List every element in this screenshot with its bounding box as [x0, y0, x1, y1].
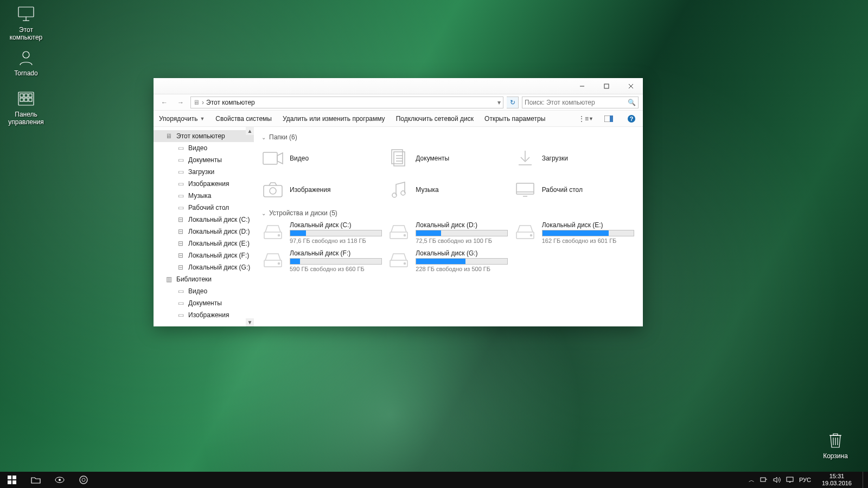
- nav-back-button[interactable]: ←: [158, 96, 171, 109]
- scroll-down-button[interactable]: ▼: [246, 318, 254, 326]
- toolbar: Упорядочить ▼ Свойства системы Удалить и…: [154, 111, 643, 127]
- search-box[interactable]: 🔍: [522, 97, 639, 108]
- toolbar-uninstall[interactable]: Удалить или изменить программу: [283, 115, 385, 123]
- control-panel-icon: [15, 88, 37, 110]
- minimize-button[interactable]: [570, 78, 594, 94]
- tray-volume-icon[interactable]: [773, 477, 781, 483]
- section-folders-header[interactable]: ⌄ Папки (6): [261, 133, 635, 141]
- folder-music[interactable]: Музыка: [387, 177, 509, 203]
- nav-pictures[interactable]: ▭Изображения: [154, 178, 254, 190]
- camera-icon: [261, 178, 284, 201]
- taskbar: ︿ РУС 15:31 19.03.2016: [0, 472, 868, 488]
- nav-downloads[interactable]: ▭Загрузки: [154, 166, 254, 178]
- titlebar[interactable]: [154, 78, 643, 94]
- view-options-button[interactable]: ⋮≡ ▼: [580, 113, 592, 125]
- nav-disk-g[interactable]: ⊟Локальный диск (G:): [154, 261, 254, 273]
- nav-video[interactable]: ▭Видео: [154, 142, 254, 154]
- taskbar-chrome[interactable]: [72, 472, 95, 488]
- folder-video[interactable]: Видео: [261, 145, 383, 171]
- maximize-button[interactable]: [594, 78, 618, 94]
- show-desktop-button[interactable]: [863, 472, 866, 488]
- svg-point-42: [278, 263, 280, 265]
- nav-lib-pictures[interactable]: ▭Изображения: [154, 309, 254, 321]
- drive-usage-bar: [416, 230, 508, 236]
- nav-disk-c[interactable]: ⊟Локальный диск (C:): [154, 214, 254, 226]
- svg-rect-8: [20, 98, 23, 101]
- taskbar-explorer[interactable]: [24, 472, 48, 488]
- nav-lib-documents[interactable]: ▭Документы: [154, 297, 254, 309]
- close-button[interactable]: [618, 78, 643, 94]
- svg-rect-46: [12, 476, 16, 479]
- trash-icon: [825, 429, 846, 451]
- folder-desktop[interactable]: Рабочий стол: [514, 177, 635, 203]
- nav-disk-e[interactable]: ⊟Локальный диск (E:): [154, 237, 254, 249]
- tray-action-center-icon[interactable]: [786, 477, 794, 483]
- toolbar-organize[interactable]: Упорядочить ▼: [159, 115, 205, 123]
- documents-icon: [387, 147, 410, 170]
- search-icon: 🔍: [628, 99, 636, 106]
- nav-music[interactable]: ▭Музыка: [154, 190, 254, 202]
- toolbar-open-settings[interactable]: Открыть параметры: [484, 115, 545, 123]
- nav-forward-button[interactable]: →: [174, 96, 187, 109]
- taskbar-app-1[interactable]: [48, 472, 72, 488]
- drive-tile[interactable]: Локальный диск (C:)97,6 ГБ свободно из 1…: [261, 221, 383, 244]
- nav-lib-video[interactable]: ▭Видео: [154, 285, 254, 297]
- svg-point-3: [23, 52, 29, 58]
- svg-point-38: [404, 235, 406, 236]
- folder-documents[interactable]: Документы: [387, 145, 509, 171]
- nav-this-pc[interactable]: 🖥Этот компьютер: [154, 130, 254, 142]
- help-button[interactable]: ?: [626, 113, 637, 125]
- desktop-icon-control-panel[interactable]: Панельуправления: [4, 88, 48, 126]
- svg-rect-0: [18, 7, 34, 17]
- svg-point-50: [59, 479, 61, 481]
- drive-tile[interactable]: Локальный диск (E:)162 ГБ свободно из 60…: [514, 221, 635, 244]
- preview-pane-button[interactable]: [603, 113, 615, 125]
- svg-text:?: ?: [630, 115, 634, 122]
- drive-tile[interactable]: Локальный диск (D:)72,5 ГБ свободно из 1…: [387, 221, 509, 244]
- drive-icon: ⊟: [176, 263, 185, 272]
- section-drives-header[interactable]: ⌄ Устройства и диски (5): [261, 209, 635, 217]
- svg-rect-7: [29, 94, 32, 97]
- nav-disk-d[interactable]: ⊟Локальный диск (D:): [154, 226, 254, 237]
- search-input[interactable]: [525, 99, 628, 106]
- desktop-icon-tornado[interactable]: Tornado: [4, 47, 48, 77]
- nav-desktop[interactable]: ▭Рабочий стол: [154, 202, 254, 214]
- svg-rect-9: [24, 98, 28, 101]
- explorer-window: ← → 🖥 › Этот компьютер ▾ ↻ 🔍 Упорядочить…: [154, 78, 643, 326]
- refresh-button[interactable]: ↻: [507, 97, 519, 108]
- desktop-icon-recycle-bin[interactable]: Корзина: [814, 429, 857, 460]
- svg-rect-32: [516, 183, 534, 194]
- drive-icon: ⊟: [176, 251, 185, 260]
- chevron-down-icon[interactable]: ▾: [497, 99, 501, 106]
- desktop-icon-label: Tornado: [14, 69, 37, 77]
- toolbar-system-properties[interactable]: Свойства системы: [215, 115, 272, 123]
- nav-documents[interactable]: ▭Документы: [154, 154, 254, 166]
- tray-clock[interactable]: 15:31 19.03.2016: [816, 473, 857, 487]
- toolbar-map-drive[interactable]: Подключить сетевой диск: [396, 115, 474, 123]
- drive-icon: ⊟: [176, 239, 185, 248]
- address-bar: ← → 🖥 › Этот компьютер ▾ ↻ 🔍: [154, 94, 643, 111]
- drive-icon: [261, 249, 284, 272]
- folder-icon: ▭: [176, 168, 185, 176]
- folder-downloads[interactable]: Загрузки: [514, 145, 635, 171]
- drive-name: Локальный диск (C:): [290, 221, 383, 229]
- breadcrumb[interactable]: 🖥 › Этот компьютер ▾: [190, 97, 503, 108]
- svg-point-44: [404, 263, 406, 265]
- nav-libraries[interactable]: ▥Библиотеки: [154, 273, 254, 285]
- computer-icon: 🖥: [193, 99, 200, 106]
- start-button[interactable]: [0, 472, 24, 488]
- scroll-up-button[interactable]: ▲: [246, 127, 254, 135]
- computer-icon: [15, 3, 37, 25]
- nav-disk-f[interactable]: ⊟Локальный диск (F:): [154, 249, 254, 261]
- desktop-icon-this-pc[interactable]: Этот компьютер: [4, 3, 48, 41]
- svg-rect-28: [264, 185, 282, 197]
- drive-tile[interactable]: Локальный диск (G:)228 ГБ свободно из 50…: [387, 249, 509, 272]
- drive-icon: [387, 249, 410, 272]
- tray-network-icon[interactable]: [760, 477, 768, 483]
- navigation-pane: ▲ 🖥Этот компьютер ▭Видео ▭Документы ▭Заг…: [154, 127, 254, 326]
- folder-pictures[interactable]: Изображения: [261, 177, 383, 203]
- tray-language[interactable]: РУС: [799, 477, 811, 483]
- drive-tile[interactable]: Локальный диск (F:)590 ГБ свободно из 66…: [261, 249, 383, 272]
- breadcrumb-text: Этот компьютер: [206, 99, 255, 106]
- tray-chevron-up-icon[interactable]: ︿: [749, 476, 755, 484]
